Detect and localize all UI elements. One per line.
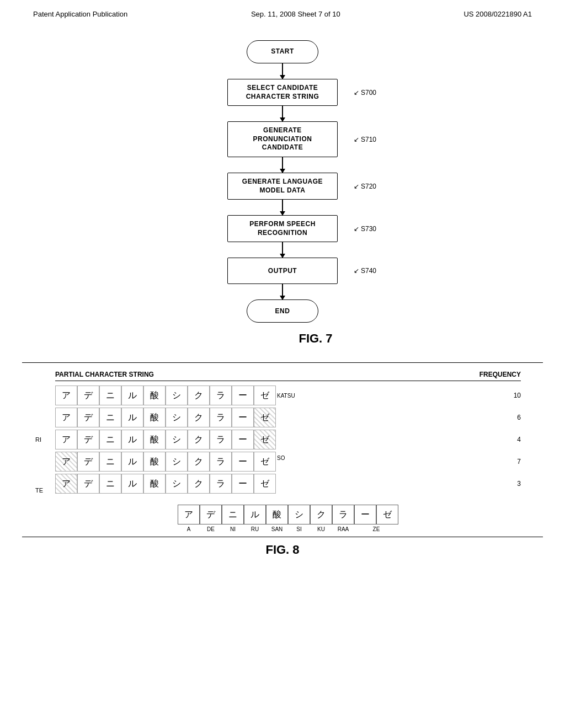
cell-hatched: ア xyxy=(55,474,77,494)
cell: シ xyxy=(166,430,188,449)
pron-cell: ク xyxy=(310,505,332,524)
row-freq: 4 xyxy=(517,436,521,443)
flow-label-s740: ↙ S740 xyxy=(354,267,376,275)
cell: ア xyxy=(55,430,77,449)
cell: ゼ xyxy=(254,386,276,405)
fig8-bottom-rule xyxy=(22,537,543,537)
flow-container: START SELECT CANDIDATECHARACTER STRING ↙… xyxy=(227,40,338,323)
table-row: ア デ ニ ル 酸 シ ク ラ ー ゼ SO 7 xyxy=(55,452,521,472)
table-row: ア デ ニ ル 酸 シ ク ラ ー ゼ 6 xyxy=(55,408,521,427)
row-freq: 3 xyxy=(517,480,521,488)
flow-node-s720: GENERATE LANGUAGEMODEL DATA xyxy=(227,173,338,200)
cell: デ xyxy=(77,408,99,427)
cell: ラ xyxy=(210,430,232,449)
cell: ク xyxy=(188,408,210,427)
table-header: PARTIAL CHARACTER STRING FREQUENCY xyxy=(55,367,521,381)
table-row: RI ア デ ニ ル 酸 シ ク ラ ー ゼ 4 xyxy=(55,430,521,449)
cell: ル xyxy=(121,386,143,405)
flow-item-s700: SELECT CANDIDATECHARACTER STRING ↙ S700 xyxy=(227,79,338,106)
cell: デ xyxy=(77,452,99,472)
fig8-section: PARTIAL CHARACTER STRING FREQUENCY ア デ ニ… xyxy=(0,363,565,532)
flow-node-start: START xyxy=(247,40,318,63)
cell: ル xyxy=(121,408,143,427)
flow-node-s700: SELECT CANDIDATECHARACTER STRING xyxy=(227,79,338,106)
pron-cell: ル xyxy=(244,505,266,524)
pron-label: A xyxy=(178,526,200,532)
cell: 酸 xyxy=(143,408,166,427)
flow-node-end: END xyxy=(247,299,318,323)
page-header: Patent Application Publication Sep. 11, … xyxy=(0,0,565,24)
cell: デ xyxy=(77,386,99,405)
pron-label: SAN xyxy=(266,526,288,532)
cell-hatched: ア xyxy=(55,452,77,472)
pron-cell: シ xyxy=(288,505,310,524)
row-suffix-so: SO xyxy=(277,455,285,461)
arrow-4 xyxy=(282,200,283,215)
pron-cell: 酸 xyxy=(266,505,288,524)
flow-node-s730: PERFORM SPEECHRECOGNITION xyxy=(227,215,338,242)
arrow-3 xyxy=(282,157,283,173)
frequency-label: FREQUENCY xyxy=(479,371,521,378)
cell: ゼ xyxy=(254,452,276,472)
cell-hatched: ゼ xyxy=(254,430,276,449)
cell: ニ xyxy=(99,474,121,494)
flow-item-s730: PERFORM SPEECHRECOGNITION ↙ S730 xyxy=(227,215,338,242)
cell: シ xyxy=(166,386,188,405)
arrow-5 xyxy=(282,242,283,258)
cell: ラ xyxy=(210,452,232,472)
cell: ニ xyxy=(99,430,121,449)
cell: ア xyxy=(55,408,77,427)
cell: ク xyxy=(188,452,210,472)
cell: ゼ xyxy=(254,474,276,494)
cell: ル xyxy=(121,474,143,494)
pron-label: SI xyxy=(288,526,310,532)
row-suffix: KATSU xyxy=(277,393,295,399)
cell: 酸 xyxy=(143,474,166,494)
row-freq: 10 xyxy=(514,392,521,399)
flow-item-s710: GENERATE PRONUNCIATIONCANDIDATE ↙ S710 xyxy=(227,121,338,157)
header-middle: Sep. 11, 2008 Sheet 7 of 10 xyxy=(251,10,340,18)
pron-cell: ー xyxy=(354,505,376,524)
fig8-label: FIG. 8 xyxy=(0,543,565,557)
pron-cell: ア xyxy=(178,505,200,524)
cell: ラ xyxy=(210,474,232,494)
partial-char-label: PARTIAL CHARACTER STRING xyxy=(55,371,154,378)
flow-item-s740: OUTPUT ↙ S740 xyxy=(227,258,338,284)
cell: シ xyxy=(166,452,188,472)
pron-label: RU xyxy=(244,526,266,532)
flow-item-s720: GENERATE LANGUAGEMODEL DATA ↙ S720 xyxy=(227,173,338,200)
pronunciation-cells: ア デ ニ ル 酸 シ ク ラ ー ゼ xyxy=(178,505,398,524)
flow-item-start: START xyxy=(247,40,318,63)
pron-label: KU xyxy=(310,526,332,532)
arrow-2 xyxy=(282,106,283,121)
pron-label: ZE xyxy=(354,526,398,532)
cell: ル xyxy=(121,452,143,472)
cell: ク xyxy=(188,474,210,494)
row-freq: 7 xyxy=(517,458,521,465)
cell: 酸 xyxy=(143,386,166,405)
pron-label: DE xyxy=(200,526,222,532)
flow-node-s710: GENERATE PRONUNCIATIONCANDIDATE xyxy=(227,121,338,157)
arrow-6 xyxy=(282,284,283,299)
cell: ー xyxy=(232,474,254,494)
row-prefix-te: TE xyxy=(35,487,43,494)
cell: シ xyxy=(166,474,188,494)
pron-cell: ニ xyxy=(222,505,244,524)
pronunciation-labels: A DE NI RU SAN SI KU RAA ZE xyxy=(178,526,398,532)
header-left: Patent Application Publication xyxy=(33,10,127,18)
pron-label: RAA xyxy=(332,526,354,532)
cell: ク xyxy=(188,430,210,449)
flow-label-s720: ↙ S720 xyxy=(354,183,376,190)
flow-item-end: END xyxy=(247,299,318,323)
cell: ニ xyxy=(99,452,121,472)
cell: 酸 xyxy=(143,452,166,472)
cell-hatched: ゼ xyxy=(254,408,276,427)
flow-label-s730: ↙ S730 xyxy=(354,225,376,233)
pron-cell: ゼ xyxy=(376,505,398,524)
pronunciation-table-container: ア デ ニ ル 酸 シ ク ラ ー ゼ A DE NI RU SAN SI KU… xyxy=(55,505,521,532)
table-row: ア デ ニ ル 酸 シ ク ラ ー ゼ KATSU 10 xyxy=(55,386,521,405)
cell: 酸 xyxy=(143,430,166,449)
pron-cell: ラ xyxy=(332,505,354,524)
cell: ー xyxy=(232,386,254,405)
pron-cell: デ xyxy=(200,505,222,524)
